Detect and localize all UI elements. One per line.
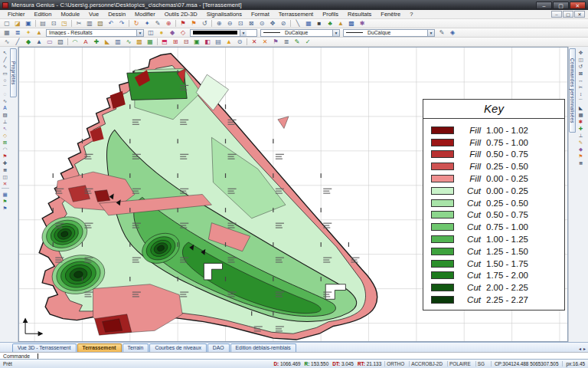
rectangle-icon[interactable]: ▭ <box>1 69 10 76</box>
copy-icon[interactable]: ▥ <box>84 19 95 28</box>
menu-format[interactable]: Format <box>247 10 274 18</box>
layer-on-icon[interactable]: ● <box>156 28 167 37</box>
move-icon[interactable]: ✥ <box>577 48 586 55</box>
extend-icon[interactable]: ↕ <box>577 90 586 97</box>
dimension-icon[interactable]: ⊥ <box>1 117 10 124</box>
menu-module[interactable]: Module <box>56 10 84 18</box>
open-file-icon[interactable]: ◪ <box>12 19 23 28</box>
tab-terrain[interactable]: Terrain <box>122 343 149 352</box>
layer-manager-icon[interactable]: ≣ <box>12 28 23 37</box>
cut-icon[interactable]: ✂ <box>74 19 84 28</box>
layer-combo[interactable]: Images - Résultats ▼ <box>46 29 144 37</box>
layer-color-icon[interactable]: ◇ <box>178 28 188 37</box>
tab-vue-3d-terrassement[interactable]: Vue 3D - Terrassement <box>12 343 77 352</box>
array-icon[interactable]: ▩ <box>577 110 586 117</box>
vegetation-icon[interactable]: ♣ <box>325 19 335 28</box>
spline-icon[interactable]: ∿ <box>1 97 10 104</box>
export-icon[interactable]: ✕ <box>249 38 260 46</box>
lineweight-combo[interactable]: DuCalque ▼ <box>260 29 340 37</box>
explode-icon[interactable]: ✱ <box>577 117 586 124</box>
measure2-icon[interactable]: ⊥ <box>577 131 586 138</box>
report-icon[interactable]: ▤ <box>213 38 224 46</box>
mirror-icon[interactable]: ◫ <box>1 172 10 179</box>
settings-icon[interactable]: ✱ <box>357 19 368 28</box>
join-icon[interactable]: ✚ <box>577 124 586 131</box>
chamfer-icon[interactable]: ◣ <box>577 104 586 110</box>
eyedrop-icon[interactable]: ◆ <box>577 145 586 152</box>
camera-icon[interactable]: ⊙ <box>234 38 245 46</box>
status-mode-sg[interactable]: SG <box>475 361 486 366</box>
chevron-down-icon[interactable]: ▼ <box>332 30 339 36</box>
purge-icon[interactable]: ✕ <box>260 38 270 46</box>
maximize-button[interactable]: ▢ <box>553 2 569 9</box>
drawing-canvas[interactable]: Key Fill1.00 - 1.02Fill0.75 - 1.00Fill0.… <box>18 47 568 342</box>
command-line[interactable]: Commande <box>0 352 588 359</box>
cut-region-dark-block[interactable] <box>127 71 187 100</box>
match-properties-icon[interactable]: ✎ <box>436 28 447 37</box>
hatch-icon[interactable]: ▨ <box>1 110 10 117</box>
status-mode-ortho[interactable]: ORTHO <box>384 361 406 366</box>
menu-signalisations[interactable]: Signalisations <box>202 10 247 18</box>
layers-small-icon[interactable]: ▦ <box>1 190 10 197</box>
volume-icon[interactable]: ◧ <box>202 38 213 46</box>
paint-icon[interactable]: ✎ <box>577 138 586 145</box>
zoom-extents-icon[interactable]: ⊠ <box>246 19 256 28</box>
menu-fen-tre[interactable]: Fenêtre <box>376 10 405 18</box>
flag-orange-icon[interactable]: ⚑ <box>188 19 199 28</box>
zoom-in-icon[interactable]: ⊕ <box>214 19 224 28</box>
mdi-close-button[interactable]: ✕ <box>574 11 585 18</box>
ditch-icon[interactable]: ⊟ <box>181 38 191 46</box>
screen-icon[interactable]: ■ <box>314 19 325 28</box>
tab-scroll-right-icon[interactable]: ▸ <box>583 346 588 352</box>
menu-terrassement[interactable]: Terrassement <box>274 10 318 18</box>
triangulation-icon[interactable]: ▲ <box>34 38 44 46</box>
tab-terrassement[interactable]: Terrassement <box>77 343 122 352</box>
status-mode-accrobj-2d[interactable]: ACCROBJ-2D <box>409 361 444 366</box>
chevron-down-icon[interactable]: ▼ <box>427 30 434 36</box>
properties-icon[interactable]: ◈ <box>447 28 458 37</box>
save-icon[interactable]: ▣ <box>23 19 34 28</box>
section-icon[interactable]: ▥ <box>113 38 123 46</box>
pan-icon[interactable]: ✥ <box>267 19 278 28</box>
flag2-small-icon[interactable]: ⚑ <box>1 204 10 211</box>
undo-icon[interactable]: ↶ <box>106 19 116 28</box>
stretch-icon[interactable]: ↔ <box>577 76 586 83</box>
mdi-restore-button[interactable]: ▢ <box>563 11 573 18</box>
refresh-icon[interactable]: ↻ <box>131 19 142 28</box>
fillet-icon[interactable]: ⌒ <box>577 97 586 104</box>
menu-dessin[interactable]: Dessin <box>103 10 130 18</box>
polyline-icon[interactable]: ╱ <box>12 38 23 46</box>
custom-commands-panel-tab[interactable]: Commandes personnalisées <box>569 48 576 133</box>
status-mode-polaire[interactable]: POLAIRE <box>447 361 472 366</box>
boundary-icon[interactable]: ▭ <box>44 38 55 46</box>
rotate-obj-icon[interactable]: ↺ <box>577 62 586 69</box>
zoom-out-icon[interactable]: ⊖ <box>224 19 235 28</box>
chevron-down-icon[interactable]: ▼ <box>240 30 247 36</box>
print-preview-icon[interactable]: ⊡ <box>48 19 59 28</box>
pencil-green-icon[interactable]: ✎ <box>292 38 302 46</box>
road-icon[interactable]: ⊞ <box>170 38 181 46</box>
target-icon[interactable]: ⊕ <box>163 19 174 28</box>
notes-small-icon[interactable]: ⚑ <box>1 197 10 204</box>
points-icon[interactable]: ∿ <box>2 38 12 46</box>
warning-icon[interactable]: ▲ <box>224 38 234 46</box>
draw-line-icon[interactable]: ╲ <box>292 19 303 28</box>
print-icon[interactable]: ▤ <box>38 19 48 28</box>
tab-dao[interactable]: DAO <box>207 343 230 352</box>
layers-icon[interactable]: ▦ <box>303 19 314 28</box>
scale-icon[interactable]: ⊠ <box>577 69 586 76</box>
color-combo[interactable]: ▼ <box>190 29 257 37</box>
tab-courbes-de-niveaux[interactable]: Courbes de niveaux <box>149 343 206 352</box>
rotate-icon[interactable]: ↺ <box>199 19 210 28</box>
cutfill-map-icon[interactable]: ▣ <box>191 38 202 46</box>
zoom-window-icon[interactable]: ⊡ <box>235 19 246 28</box>
fill-region-patch[interactable] <box>278 117 289 129</box>
copy-obj-icon[interactable]: ◫ <box>577 55 586 62</box>
point-icon[interactable]: ✚ <box>1 159 10 166</box>
circle-icon[interactable]: ○ <box>1 76 10 83</box>
properties-panel-tab[interactable]: Propriétés <box>10 48 17 97</box>
leader-icon[interactable]: ↖ <box>1 124 10 131</box>
menu-modifier[interactable]: Modifier <box>130 10 160 18</box>
select-icon[interactable]: ↖ <box>1 48 10 55</box>
zoom-previous-icon[interactable]: ⊙ <box>256 19 267 28</box>
